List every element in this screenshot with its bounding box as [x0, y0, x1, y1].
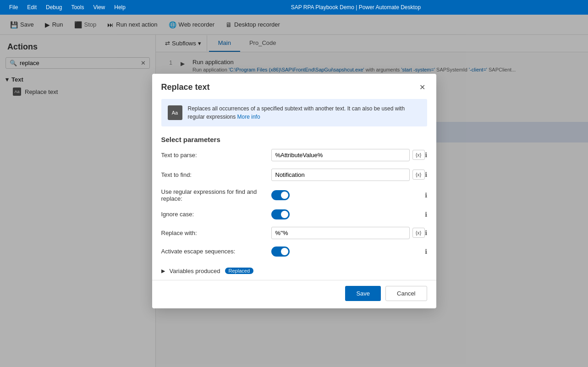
regex-toggle[interactable]: [271, 190, 290, 200]
replace-with-info-button[interactable]: ℹ: [425, 229, 427, 236]
param-row-escape: Activate escape sequences: ℹ: [161, 246, 427, 257]
modal-body: Text to parse: {x} ℹ Text to find: {x} ℹ…: [152, 149, 436, 264]
escape-label: Activate escape sequences:: [161, 248, 271, 255]
param-row-text-to-parse: Text to parse: {x} ℹ: [161, 149, 427, 161]
menu-file[interactable]: File: [5, 2, 22, 12]
variables-badge: Replaced: [225, 268, 253, 274]
modal-section-title: Select parameters: [152, 134, 436, 149]
regex-info-button[interactable]: ℹ: [425, 192, 427, 199]
replace-text-modal: Replace text ✕ Aa Replaces all occurrenc…: [152, 74, 436, 308]
menu-view[interactable]: View: [89, 2, 109, 12]
app-title: SAP RPA Playbook Demo | Power Automate D…: [129, 4, 583, 11]
escape-toggle[interactable]: [271, 246, 290, 257]
ignore-case-label: Ignore case:: [161, 211, 271, 218]
variables-section[interactable]: ▶ Variables produced Replaced: [152, 264, 436, 280]
text-to-parse-var-button[interactable]: {x}: [412, 150, 425, 160]
menu-debug[interactable]: Debug: [42, 2, 66, 12]
menu-bar[interactable]: File Edit Debug Tools View Help: [5, 2, 129, 12]
menu-help[interactable]: Help: [110, 2, 129, 12]
text-to-find-label: Text to find:: [161, 171, 271, 178]
title-bar: File Edit Debug Tools View Help SAP RPA …: [0, 0, 588, 15]
param-row-regex: Use regular expressions for find and rep…: [161, 188, 427, 202]
modal-header: Replace text ✕: [152, 74, 436, 99]
text-to-find-info-button[interactable]: ℹ: [425, 171, 427, 178]
modal-close-button[interactable]: ✕: [418, 81, 427, 93]
text-to-parse-info-button[interactable]: ℹ: [425, 151, 427, 159]
text-to-find-input[interactable]: [271, 169, 410, 181]
ignore-case-toggle[interactable]: [271, 209, 290, 219]
replace-text-info-icon: Aa: [168, 105, 182, 120]
regex-label: Use regular expressions for find and rep…: [161, 188, 271, 202]
modal-info-text: Replaces all occurrences of a specified …: [188, 104, 421, 121]
menu-tools[interactable]: Tools: [67, 2, 88, 12]
modal-title: Replace text: [161, 82, 210, 92]
more-info-link[interactable]: More info: [237, 114, 260, 120]
text-to-parse-input[interactable]: [271, 149, 410, 161]
menu-edit[interactable]: Edit: [23, 2, 40, 12]
variables-label: Variables produced: [170, 268, 220, 274]
text-to-parse-label: Text to parse:: [161, 152, 271, 159]
ignore-case-info-button[interactable]: ℹ: [425, 211, 427, 218]
modal-overlay: Replace text ✕ Aa Replaces all occurrenc…: [0, 15, 588, 367]
param-row-replace-with: Replace with: {x} ℹ: [161, 227, 427, 239]
param-row-ignore-case: Ignore case: ℹ: [161, 209, 427, 219]
escape-info-button[interactable]: ℹ: [425, 248, 427, 255]
replace-with-input[interactable]: [271, 227, 410, 239]
text-to-find-var-button[interactable]: {x}: [412, 170, 425, 180]
modal-info-box: Aa Replaces all occurrences of a specifi…: [161, 99, 427, 126]
variables-chevron-icon: ▶: [161, 268, 165, 274]
replace-with-var-button[interactable]: {x}: [412, 228, 425, 238]
modal-footer: Save Cancel: [152, 280, 436, 308]
modal-cancel-button[interactable]: Cancel: [385, 286, 427, 301]
param-row-text-to-find: Text to find: {x} ℹ: [161, 169, 427, 181]
modal-save-button[interactable]: Save: [345, 286, 381, 301]
replace-with-label: Replace with:: [161, 230, 271, 236]
